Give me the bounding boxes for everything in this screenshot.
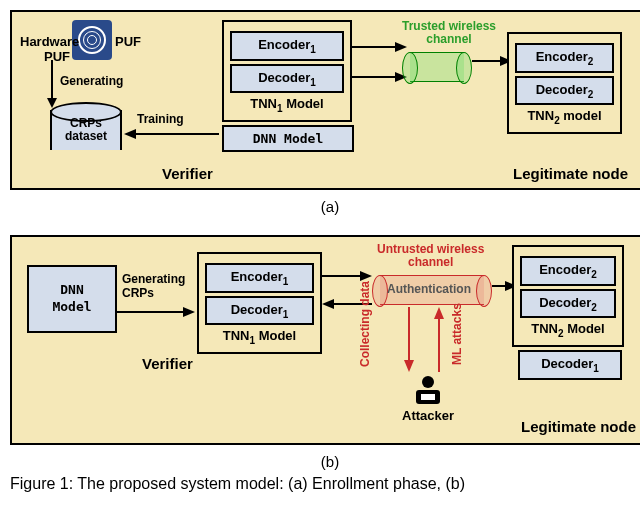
tnn2-model-box-b: Encoder2 Decoder2 TNN2 Model xyxy=(512,245,624,347)
svg-rect-24 xyxy=(421,394,435,400)
generating-crps-label: GeneratingCRPs xyxy=(122,272,185,301)
untrusted-channel-label: Untrusted wirelesschannel xyxy=(377,243,484,269)
svg-marker-13 xyxy=(360,271,372,281)
extra-decoder1-box: Decoder1 xyxy=(518,350,622,380)
arrow-left-icon xyxy=(124,127,219,141)
authentication-label: Authentication xyxy=(387,282,471,296)
svg-marker-11 xyxy=(183,307,195,317)
svg-marker-3 xyxy=(124,129,136,139)
tnn2-label-b: TNN2 Model xyxy=(520,321,616,339)
svg-marker-1 xyxy=(47,98,57,108)
figure-caption: Figure 1: The proposed system model: (a)… xyxy=(10,475,640,493)
verifier-label-b: Verifier xyxy=(142,355,193,372)
decoder2-box: Decoder2 xyxy=(515,76,614,106)
trusted-channel-label: Trusted wirelesschannel xyxy=(402,20,496,46)
attacker-label: Attacker xyxy=(402,408,454,423)
tnn2-model-box: Encoder2 Decoder2 TNN2 model xyxy=(507,32,622,134)
puf-label-2: PUF xyxy=(115,34,141,49)
svg-point-22 xyxy=(422,376,434,388)
dnn-model-box: DNN Model xyxy=(222,125,354,152)
arrow-down-icon xyxy=(42,60,62,108)
crps-dataset-cylinder: CRPsdataset xyxy=(50,102,122,158)
arrow-right-icon xyxy=(352,40,407,54)
attacks-arrow-icon xyxy=(432,307,446,372)
decoder1-box-b: Decoder1 xyxy=(205,296,314,326)
sub-caption-a: (a) xyxy=(10,198,640,215)
collecting-data-label: Collecting data xyxy=(358,281,372,367)
arrow-right-icon-2 xyxy=(352,70,407,84)
encoder1-box: Encoder1 xyxy=(230,31,344,61)
training-arrow-label: Training xyxy=(137,112,184,126)
attacker-icon-group: Attacker xyxy=(402,372,454,423)
trusted-channel-icon xyxy=(402,52,472,82)
svg-marker-15 xyxy=(322,299,334,309)
encoder1-box-b: Encoder1 xyxy=(205,263,314,293)
legitimate-node-label-b: Legitimate node xyxy=(521,418,636,435)
dnn-model-box-b: DNNModel xyxy=(27,265,117,333)
tnn2-label: TNN2 model xyxy=(515,108,614,126)
authentication-panel: DNNModel GeneratingCRPs Encoder1 Decoder… xyxy=(10,235,640,445)
svg-marker-19 xyxy=(404,360,414,372)
decoder2-box-b: Decoder2 xyxy=(520,289,616,319)
arrow-right-icon-b xyxy=(115,305,195,319)
encoder2-box-b: Encoder2 xyxy=(520,256,616,286)
tnn1-label: TNN1 Model xyxy=(230,96,344,114)
crps-text: CRPsdataset xyxy=(65,117,107,143)
arrow-right-icon-3 xyxy=(472,54,512,68)
ml-attacks-label: ML attacks xyxy=(450,303,464,365)
svg-marker-21 xyxy=(434,307,444,319)
decoder1-box: Decoder1 xyxy=(230,64,344,94)
tnn1-model-box-b: Encoder1 Decoder1 TNN1 Model xyxy=(197,252,322,354)
legitimate-node-label: Legitimate node xyxy=(513,165,628,182)
verifier-label: Verifier xyxy=(162,165,213,182)
collecting-arrow-icon xyxy=(402,307,416,372)
sub-caption-b: (b) xyxy=(10,453,640,470)
attacker-icon xyxy=(410,372,446,408)
enrollment-panel: Hardware PUF PUF CRPsdataset Generating … xyxy=(10,10,640,190)
generating-arrow-label: Generating xyxy=(60,74,123,88)
tnn1-label-b: TNN1 Model xyxy=(205,328,314,346)
fingerprint-icon xyxy=(78,26,106,54)
encoder2-box: Encoder2 xyxy=(515,43,614,73)
tnn1-model-box: Encoder1 Decoder1 TNN1 Model xyxy=(222,20,352,122)
